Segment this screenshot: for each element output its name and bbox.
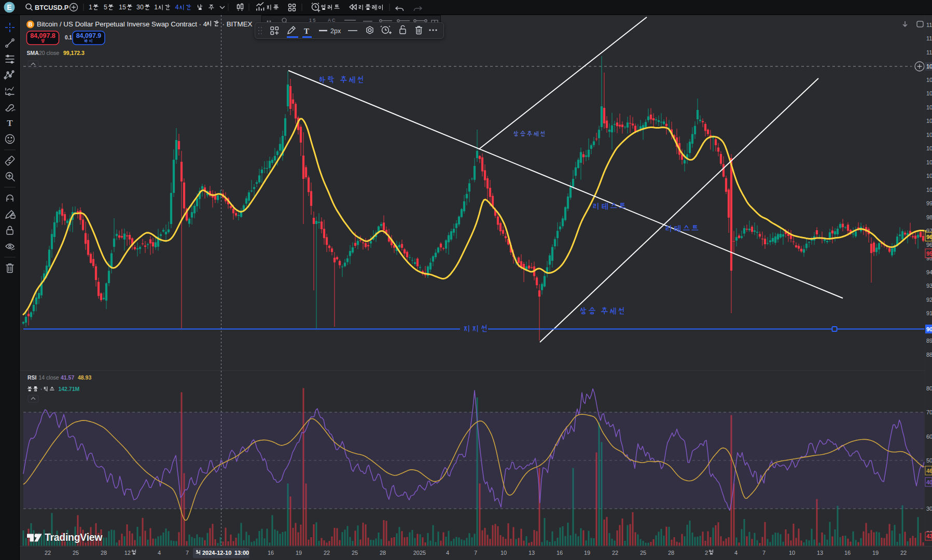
svg-text:109,074: 109,074: [926, 63, 932, 69]
svg-text:91,000: 91,000: [926, 310, 932, 316]
svg-text:107,000: 107,000: [926, 90, 932, 96]
svg-text:E: E: [7, 3, 11, 11]
svg-text:Bitcoin / US Dollar Perpetual: Bitcoin / US Dollar Perpetual Inverse Sw…: [37, 20, 207, 28]
svg-text:RSI: RSI: [27, 374, 37, 381]
svg-text:22: 22: [45, 550, 51, 556]
svg-text:T: T: [7, 118, 13, 128]
svg-text:84,097.9: 84,097.9: [76, 32, 102, 39]
svg-text:7: 7: [762, 550, 766, 556]
svg-text:19: 19: [296, 550, 302, 556]
svg-text:SMA: SMA: [27, 50, 39, 56]
svg-text:105,000: 105,000: [926, 118, 932, 124]
svg-text:100,000: 100,000: [926, 187, 932, 193]
svg-text:10: 10: [789, 550, 795, 556]
svg-text:TradingView: TradingView: [45, 531, 103, 543]
svg-text:20 close: 20 close: [39, 50, 59, 56]
svg-text:43.3M: 43.3M: [926, 533, 932, 539]
svg-text:B: B: [29, 21, 33, 27]
svg-text:25: 25: [640, 550, 646, 556]
svg-text:13:00: 13:00: [234, 550, 249, 556]
svg-text:28: 28: [101, 550, 107, 556]
svg-text:22: 22: [612, 550, 618, 556]
svg-text:·: ·: [40, 386, 43, 392]
svg-text:50: 50: [926, 457, 932, 464]
svg-text:28: 28: [668, 550, 674, 556]
svg-text:4: 4: [734, 550, 738, 556]
svg-text:2: 2: [705, 550, 708, 556]
svg-text:142.71M: 142.71M: [58, 386, 79, 392]
svg-text:28: 28: [380, 550, 386, 556]
svg-text:19: 19: [872, 550, 879, 556]
svg-text:30: 30: [136, 4, 144, 11]
svg-text:22: 22: [324, 550, 330, 556]
svg-text:40.75: 40.75: [926, 479, 932, 485]
svg-text:4: 4: [446, 550, 449, 556]
svg-text:16: 16: [557, 550, 563, 556]
svg-text:2024-12-10: 2024-12-10: [202, 550, 231, 556]
svg-text:7: 7: [474, 550, 477, 556]
svg-text:102,000: 102,000: [926, 159, 932, 165]
svg-text:104,000: 104,000: [926, 132, 932, 138]
svg-text:13: 13: [528, 550, 535, 556]
svg-text:99,000: 99,000: [926, 200, 932, 206]
svg-text:90,000: 90,000: [926, 326, 932, 332]
svg-text:106,000: 106,000: [926, 104, 932, 110]
svg-text:110,000: 110,000: [926, 49, 932, 55]
svg-text:60: 60: [926, 433, 932, 440]
svg-text:0.1: 0.1: [65, 35, 72, 40]
svg-text:14 close: 14 close: [39, 374, 59, 381]
svg-text:2px: 2px: [330, 27, 341, 35]
svg-text:41.57: 41.57: [61, 374, 74, 381]
svg-text:96,000: 96,000: [926, 242, 932, 248]
svg-text:99,172.3: 99,172.3: [63, 50, 85, 56]
svg-text:48.93: 48.93: [78, 374, 91, 381]
svg-text:108,000: 108,000: [926, 77, 932, 83]
svg-text:15: 15: [119, 4, 126, 11]
svg-text:70: 70: [926, 409, 932, 415]
svg-text:30: 30: [926, 506, 932, 512]
svg-text:93,000: 93,000: [926, 283, 932, 289]
svg-text:88,000: 88,000: [926, 352, 932, 358]
svg-text:· BITMEX: · BITMEX: [222, 20, 253, 28]
svg-text:101,000: 101,000: [926, 173, 932, 179]
svg-text:22: 22: [900, 550, 907, 556]
svg-text:103,000: 103,000: [926, 145, 932, 151]
svg-text:94,000: 94,000: [926, 269, 932, 275]
svg-text:95,292: 95,292: [926, 250, 932, 257]
svg-text:96,599: 96,599: [926, 234, 932, 240]
svg-text:98,000: 98,000: [926, 214, 932, 220]
svg-text:80: 80: [926, 385, 932, 391]
svg-text:5: 5: [104, 4, 107, 11]
svg-text:4: 4: [175, 4, 179, 11]
svg-text:T: T: [304, 27, 309, 35]
svg-text:1: 1: [89, 4, 92, 11]
svg-text:1: 1: [154, 4, 158, 11]
svg-text:13: 13: [817, 550, 823, 556]
svg-text:12: 12: [124, 550, 131, 556]
svg-text:BTCUSD.P: BTCUSD.P: [35, 4, 69, 11]
svg-text:19: 19: [584, 550, 590, 556]
svg-text:89,000: 89,000: [926, 338, 932, 344]
svg-text:16: 16: [844, 550, 851, 556]
svg-text:84,097.8: 84,097.8: [30, 32, 55, 39]
svg-text:92,000: 92,000: [926, 297, 932, 303]
svg-text:2025: 2025: [413, 550, 426, 556]
svg-text:7: 7: [186, 550, 189, 556]
svg-text:25: 25: [352, 550, 358, 556]
svg-text:10: 10: [500, 550, 507, 556]
svg-text:46.04: 46.04: [926, 468, 932, 474]
svg-text:25: 25: [73, 550, 79, 556]
svg-text:16: 16: [268, 550, 274, 556]
svg-text:4: 4: [158, 550, 161, 556]
svg-text:111,000: 111,000: [926, 35, 932, 41]
